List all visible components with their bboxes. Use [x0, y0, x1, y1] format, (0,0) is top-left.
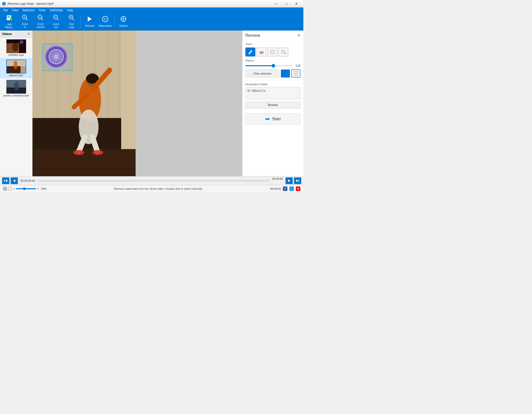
dest-section: Destination Folder D:\Results Browse	[242, 80, 303, 111]
maximize-button[interactable]: □	[281, 0, 291, 8]
zoom-in-label: Zoomin	[22, 23, 28, 29]
zoom-normal-label: Zoomnormal	[37, 23, 44, 29]
panel-close-button[interactable]: ✕	[297, 33, 300, 38]
zoom-area-icon	[3, 187, 7, 191]
zoom-in-button[interactable]: Zoomin	[17, 14, 32, 29]
menu-file[interactable]: File	[1, 8, 10, 12]
menu-help[interactable]: Help	[65, 8, 75, 12]
add-files-button[interactable]: + AddFile(s)...	[2, 14, 17, 29]
tool-rect-button[interactable]	[267, 48, 277, 56]
svg-point-36	[13, 60, 17, 70]
start-label: Start	[272, 117, 281, 121]
canvas-area[interactable]: G	[32, 30, 242, 176]
menu-softorbits[interactable]: SoftOrbits	[48, 8, 65, 12]
tools-section: Tools	[242, 40, 303, 80]
find-logo-button[interactable]: ✦ FindLogo	[64, 14, 79, 29]
svg-point-54	[73, 150, 84, 155]
facebook-icon[interactable]: f	[283, 186, 287, 191]
svg-marker-71	[13, 180, 15, 182]
dest-folder-label: Destination Folder	[245, 83, 300, 86]
options-button[interactable]: Options	[116, 14, 131, 29]
watermarks-label: Watermarks	[98, 24, 112, 28]
svg-rect-66	[283, 74, 285, 76]
svg-rect-41	[33, 149, 135, 176]
tool-brush-button[interactable]	[245, 48, 255, 56]
svg-point-24	[123, 18, 124, 20]
svg-line-16	[57, 18, 58, 20]
select-tool-icon	[8, 187, 12, 191]
video-name-1: 6265961.mp4	[8, 54, 24, 56]
sidebar-title: Videos	[2, 32, 12, 36]
zoom-controls: − + 44%	[3, 187, 46, 191]
video-item-1[interactable]: 6265961.mp4	[0, 38, 32, 58]
svg-rect-73	[299, 180, 299, 182]
sidebar-close-button[interactable]: ✕	[27, 32, 30, 36]
svg-rect-59	[260, 52, 261, 54]
dest-folder-input[interactable]: D:\Results	[245, 87, 300, 99]
radius-row: 118	[245, 64, 300, 68]
close-button[interactable]: ✕	[291, 0, 301, 8]
options-icon	[120, 16, 127, 24]
app-icon: R	[2, 2, 6, 6]
video-left-panel: G	[32, 30, 136, 176]
selection-mode-contract-button[interactable]	[291, 70, 300, 78]
video-thumb-3	[6, 80, 26, 94]
zoom-out-button[interactable]: Zoomout	[48, 14, 63, 29]
svg-rect-68	[295, 72, 297, 74]
zoom-normal-button[interactable]: 1:1 Zoomnormal	[33, 14, 48, 29]
remove-button[interactable]: Remove	[82, 14, 97, 29]
svg-marker-20	[88, 16, 92, 22]
timeline-track[interactable]	[37, 180, 270, 182]
video-name-2: dance3.mp4	[9, 74, 23, 77]
selection-mode-expand-button[interactable]	[281, 70, 290, 78]
zoom-in-icon	[22, 14, 28, 22]
radius-thumb[interactable]	[272, 64, 275, 68]
clear-selection-button[interactable]: Clear selection	[245, 70, 279, 78]
zoom-out-label: Zoomout	[53, 23, 59, 29]
find-logo-label: FindLogo	[69, 23, 74, 29]
browse-button[interactable]: Browse	[245, 102, 300, 108]
timeline-next-button[interactable]	[285, 177, 293, 184]
twitter-icon[interactable]: 🐦	[289, 186, 294, 191]
zoom-out-icon	[53, 14, 59, 22]
timeline-skip-start-button[interactable]	[2, 177, 9, 184]
watermarks-icon: ©	[102, 16, 109, 24]
timeline-prev-button[interactable]	[10, 177, 18, 184]
panel-header: Remove ✕	[242, 30, 303, 40]
zoom-in-btn[interactable]: +	[37, 187, 39, 191]
tool-eraser-button[interactable]	[256, 48, 266, 56]
svg-line-12	[41, 18, 43, 20]
zoom-slider-thumb[interactable]	[23, 188, 25, 190]
status-bar: − + 44% Remove watermark from the whole …	[0, 185, 303, 192]
radius-slider[interactable]	[245, 65, 292, 66]
zoom-out-btn[interactable]: −	[13, 187, 15, 191]
start-section: ➡ Start	[242, 111, 303, 127]
svg-line-62	[285, 52, 285, 54]
svg-text:✦: ✦	[70, 15, 72, 19]
prev-frame-icon	[12, 179, 16, 182]
menu-tools[interactable]: Tools	[37, 8, 48, 12]
menu-selection[interactable]: Selection	[20, 8, 36, 12]
video-item-3[interactable]: pexels-c-technical.mp4	[0, 78, 32, 98]
video-thumb-2	[6, 60, 26, 74]
status-message: Remove watermark from the whole video. D…	[114, 187, 203, 190]
title-bar: R Remove Logo Now! - dance3.mp4* — □ ✕	[0, 0, 303, 8]
video-item-2[interactable]: dance3.mp4	[0, 58, 32, 78]
tool-lasso-button[interactable]	[278, 48, 288, 56]
time-display: 00:00:04	[270, 187, 281, 190]
remove-label: Remove	[85, 24, 94, 28]
menu-view[interactable]: View	[10, 8, 20, 12]
toolbar-sep-2	[114, 15, 114, 28]
zoom-slider[interactable]	[16, 188, 36, 189]
expand-selection-icon	[283, 71, 288, 76]
svg-text:1:1: 1:1	[38, 16, 42, 18]
radius-value: 118	[294, 64, 300, 68]
skip-end-icon	[296, 179, 299, 182]
start-button[interactable]: ➡ Start	[245, 114, 300, 124]
zoom-normal-icon: 1:1	[37, 14, 44, 22]
timeline-skip-end-button[interactable]	[294, 177, 301, 184]
youtube-icon[interactable]	[296, 186, 300, 191]
minimize-button[interactable]: —	[271, 0, 281, 8]
svg-rect-75	[3, 187, 5, 188]
watermarks-button[interactable]: © Watermarks	[98, 14, 113, 29]
